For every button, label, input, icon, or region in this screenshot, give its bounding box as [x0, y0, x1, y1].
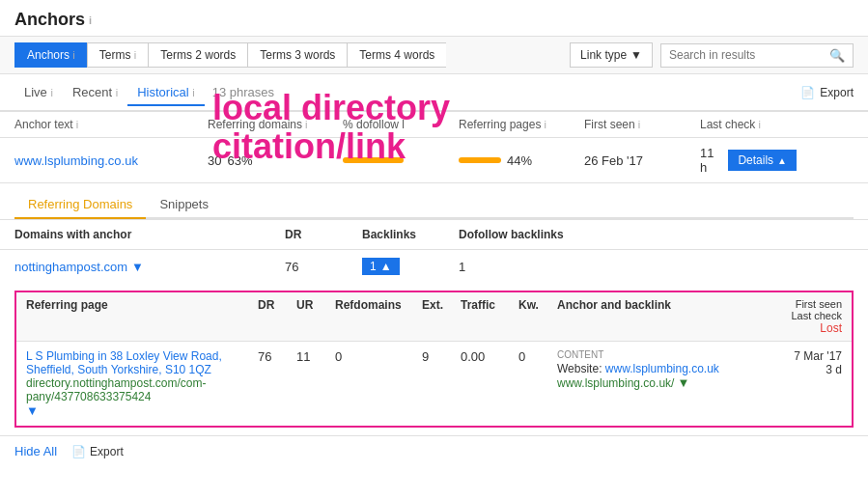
ref-refdomains-cell: 0 — [335, 349, 422, 364]
domains-col-dr: DR — [285, 228, 362, 241]
chevron-down-icon: ▼ — [630, 48, 642, 62]
domains-col-domain: Domains with anchor — [14, 228, 285, 241]
domain-link-cell[interactable]: nottinghampost.com ▼ — [14, 260, 285, 274]
col-ref-pages: Referring pages i — [459, 118, 584, 131]
anchor-text-info[interactable]: i — [76, 119, 78, 130]
tab-terms4[interactable]: Terms 4 words — [347, 42, 446, 68]
content-label: CONTENT — [557, 349, 755, 360]
ref-domains-pct: 63% — [227, 153, 252, 168]
backlinks-badge[interactable]: 1 ▲ — [362, 258, 400, 275]
ref-traffic-cell: 0.00 — [461, 349, 518, 364]
page-title: Anchors i — [14, 10, 854, 30]
sub-tab-bar: Live i Recent i Historical i 13 phrases … — [0, 74, 868, 112]
main-table-header: Anchor text i Referring domains i % dofo… — [0, 112, 868, 138]
first-seen-info[interactable]: i — [638, 119, 640, 130]
rph-ref-page: Referring page — [26, 298, 258, 335]
live-info[interactable]: i — [50, 87, 52, 98]
sub-tab-historical[interactable]: Historical i — [127, 80, 205, 106]
rph-dr: DR — [258, 298, 296, 335]
backlinks-value: 1 — [370, 260, 377, 273]
tab-bar: Anchors i Terms i Terms 2 words Terms 3 … — [0, 37, 868, 74]
ref-tab-referring-domains[interactable]: Referring Domains — [14, 191, 146, 219]
search-box: 🔍 — [660, 43, 854, 68]
highlight-data-row: L S Plumbing in 38 Loxley View Road, She… — [16, 342, 852, 426]
tab-terms3[interactable]: Terms 3 words — [247, 42, 347, 68]
anchor-table-row: www.lsplumbing.co.uk 30 63% 44% 26 Feb '… — [0, 138, 868, 183]
col-referring-domains: Referring domains i — [208, 118, 343, 131]
last-check-value: 11 h — [700, 146, 718, 175]
domains-col-backlinks: Backlinks — [362, 228, 459, 241]
ref-page-side: 7 Mar '17 3 d — [765, 342, 852, 426]
ref-last-check-value: 3 d — [774, 363, 842, 376]
anchor-link[interactable]: www.lsplumbing.co.uk — [14, 153, 138, 168]
col-anchor-text: Anchor text i — [14, 118, 208, 131]
last-check-cell: 11 h Details ▲ — [700, 146, 797, 175]
ref-anchor-backlink-cell: CONTENT Website: www.lsplumbing.co.uk ww… — [557, 349, 755, 390]
ref-page-url[interactable]: directory.nottinghampost.com/com-pany/43… — [26, 376, 258, 403]
anchor-url-row: www.lsplumbing.co.uk/ ▼ — [557, 375, 755, 390]
tab-terms[interactable]: Terms i — [87, 42, 148, 68]
details-button[interactable]: Details ▲ — [728, 150, 797, 171]
ref-section: Referring Domains Snippets — [0, 183, 868, 220]
footer-export-icon: 📄 — [71, 445, 86, 458]
hide-all-button[interactable]: Hide All — [14, 444, 57, 458]
domain-name: nottinghampost.com — [14, 260, 127, 274]
link-type-button[interactable]: Link type ▼ — [570, 42, 653, 68]
ref-dr-cell: 76 — [258, 349, 296, 364]
search-input[interactable] — [669, 48, 824, 62]
dofollow-bar — [343, 157, 404, 163]
rph-anchor-backlink: Anchor and backlink — [557, 298, 755, 335]
ref-page-title[interactable]: L S Plumbing in 38 Loxley View Road, She… — [26, 349, 258, 376]
export-icon: 📄 — [800, 86, 815, 99]
ref-pages-info[interactable]: i — [544, 119, 546, 130]
phrase-count: 13 phrases — [212, 85, 274, 99]
terms-tab-info[interactable]: i — [134, 49, 136, 61]
search-icon[interactable]: 🔍 — [829, 48, 845, 63]
ref-pages-bar — [459, 157, 501, 163]
details-label: Details — [738, 153, 773, 167]
col-first-seen: First seen i — [584, 118, 700, 131]
ref-domains-value: 30 — [208, 153, 221, 168]
tab-terms2[interactable]: Terms 2 words — [148, 42, 247, 68]
col-dofollow: % dofollow l — [343, 118, 459, 131]
rph-lost-label: Lost — [774, 321, 842, 335]
ref-domains-info[interactable]: i — [305, 119, 307, 130]
col-last-check: Last check i — [700, 118, 797, 131]
title-info-icon[interactable]: i — [89, 14, 92, 26]
rph-traffic: Traffic — [461, 298, 518, 335]
sub-tab-recent[interactable]: Recent i — [63, 80, 127, 106]
highlight-header-row: Referring page DR UR Refdomains Ext. Tra… — [16, 292, 852, 342]
ref-tab-snippets[interactable]: Snippets — [146, 191, 222, 219]
ref-first-seen-value: 7 Mar '17 — [774, 349, 842, 363]
ref-pages-cell: 44% — [459, 153, 584, 168]
recent-info[interactable]: i — [116, 87, 118, 98]
export-label: Export — [820, 86, 854, 99]
footer-export-label: Export — [90, 445, 124, 458]
footer-export-button[interactable]: 📄 Export — [71, 445, 124, 458]
domains-col-dofollow-bl: Dofollow backlinks — [459, 228, 632, 241]
rph-refdomains: Refdomains — [335, 298, 422, 335]
rph-first-seen-label: First seen — [774, 298, 842, 310]
page-header: Anchors i — [0, 0, 868, 37]
last-check-info[interactable]: i — [758, 119, 760, 130]
highlight-box: Referring page DR UR Refdomains Ext. Tra… — [14, 291, 854, 428]
ref-page-header-grid: Referring page DR UR Refdomains Ext. Tra… — [16, 292, 765, 342]
rph-side: First seen Last check Lost — [765, 292, 852, 342]
website-url[interactable]: www.lsplumbing.co.uk — [605, 362, 719, 375]
dofollow-cell — [343, 157, 459, 163]
sub-tab-live[interactable]: Live i — [14, 80, 63, 106]
anchors-tab-info[interactable]: i — [72, 49, 74, 61]
link-type-label: Link type — [580, 48, 627, 62]
ref-kw-cell: 0 — [518, 349, 557, 364]
domain-backlinks-cell: 1 ▲ — [362, 258, 459, 275]
footer-bar: Hide All 📄 Export — [0, 435, 868, 466]
tab-anchors[interactable]: Anchors i — [14, 42, 87, 68]
export-button[interactable]: 📄 Export — [800, 86, 854, 99]
first-seen-cell: 26 Feb '17 — [584, 153, 700, 168]
domain-dr-cell: 76 — [285, 260, 362, 274]
details-caret-icon: ▲ — [777, 155, 787, 166]
ref-ext-cell: 9 — [422, 349, 461, 364]
rph-ext: Ext. — [422, 298, 461, 335]
anchor-url[interactable]: www.lsplumbing.co.uk/ — [557, 376, 674, 390]
historical-info[interactable]: i — [192, 87, 194, 98]
